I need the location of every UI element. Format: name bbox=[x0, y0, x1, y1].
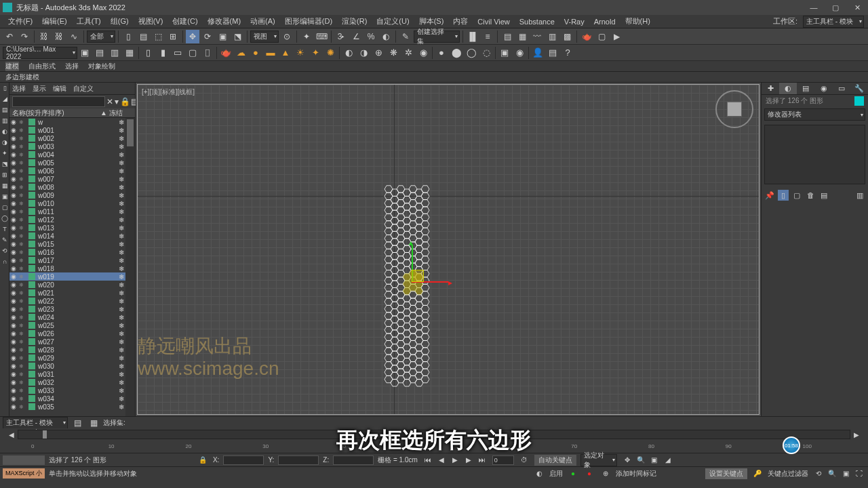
render-frame-button[interactable]: ▢ bbox=[595, 30, 608, 43]
workspace-dropdown[interactable]: 主工具栏 - 模块 bbox=[803, 16, 864, 28]
z-input[interactable] bbox=[333, 455, 374, 465]
rect-select-button[interactable]: ⬚ bbox=[151, 30, 165, 43]
scene-item[interactable]: ◉❄w021❄ bbox=[9, 289, 135, 297]
hex-cluster[interactable] bbox=[383, 185, 437, 388]
scene-item[interactable]: ◉❄w033❄ bbox=[9, 386, 135, 394]
scene-item[interactable]: ◉❄w002❄ bbox=[9, 134, 135, 142]
sphere-icon[interactable]: ● bbox=[248, 46, 263, 60]
remove-mod-icon[interactable]: 🗑 bbox=[805, 190, 816, 201]
scene-item[interactable]: ◉❄w025❄ bbox=[9, 321, 135, 329]
l-7[interactable]: ✦ bbox=[0, 148, 9, 158]
menu-item[interactable]: 内容 bbox=[449, 15, 472, 28]
bb-1[interactable]: ▤ bbox=[71, 416, 84, 430]
l-16[interactable]: ⟲ bbox=[0, 246, 9, 256]
percent-snap-button[interactable]: % bbox=[364, 30, 378, 43]
scene-menu-display[interactable]: 显示 bbox=[33, 84, 46, 94]
menu-item[interactable]: Substance bbox=[515, 16, 559, 27]
l-12[interactable]: ▢ bbox=[0, 203, 9, 212]
scene-item[interactable]: ◉❄w012❄ bbox=[9, 216, 135, 224]
l-1[interactable]: ▯ bbox=[0, 83, 9, 93]
rb-6[interactable]: ▮ bbox=[155, 46, 170, 60]
l-14[interactable]: T bbox=[0, 224, 9, 234]
menu-item[interactable]: V-Ray bbox=[560, 16, 589, 27]
rb-8[interactable]: ▢ bbox=[185, 46, 200, 60]
timeline-ticks[interactable]: 01020 304050 607080 90100 bbox=[5, 443, 863, 450]
rb-sph2[interactable]: ⬤ bbox=[449, 46, 464, 60]
scale-button[interactable]: ▣ bbox=[216, 30, 229, 43]
link-button[interactable]: ⛓ bbox=[37, 30, 51, 43]
play-next[interactable]: ▶ bbox=[462, 455, 475, 466]
scene-item[interactable]: ◉❄w009❄ bbox=[9, 191, 135, 199]
scene-item[interactable]: ◉❄w029❄ bbox=[9, 354, 135, 362]
scene-item[interactable]: ◉❄w031❄ bbox=[9, 370, 135, 378]
rb-glob3[interactable]: ⊕ bbox=[371, 46, 386, 60]
menu-item[interactable]: Civil View bbox=[473, 16, 513, 27]
scene-item[interactable]: ◉❄w022❄ bbox=[9, 297, 135, 305]
scene-item[interactable]: ◉❄w028❄ bbox=[9, 346, 135, 354]
rb-list[interactable]: ▤ bbox=[545, 46, 560, 60]
l-5[interactable]: ◐ bbox=[0, 127, 9, 136]
material-editor-button[interactable]: ▩ bbox=[560, 30, 574, 43]
rb-2[interactable]: ▤ bbox=[92, 46, 107, 60]
nav-zoom[interactable]: 🔍 bbox=[635, 455, 647, 466]
display-tab[interactable]: ▭ bbox=[833, 83, 850, 94]
cylinder-icon[interactable]: ▬ bbox=[263, 46, 278, 60]
selection-filter[interactable]: 全部 bbox=[87, 30, 115, 43]
modifier-list-dropdown[interactable]: 修改器列表 bbox=[764, 108, 865, 121]
ribbon-tab[interactable]: 建模 bbox=[5, 62, 19, 71]
frame-input[interactable] bbox=[492, 455, 514, 465]
poly-modeling-tab[interactable]: 多边形建模 bbox=[5, 73, 39, 82]
scene-item[interactable]: ◉❄w015❄ bbox=[9, 240, 135, 248]
scene-drop-icon[interactable]: ▾ bbox=[115, 97, 119, 106]
scene-item[interactable]: ◉❄w026❄ bbox=[9, 329, 135, 338]
scene-item[interactable]: ◉❄w023❄ bbox=[9, 305, 135, 313]
select-name-button[interactable]: ▤ bbox=[136, 30, 150, 43]
scene-item[interactable]: ◉❄w032❄ bbox=[9, 378, 135, 386]
autokey-button[interactable]: 自动关键点 bbox=[534, 455, 576, 466]
scene-close-icon[interactable]: ✕ bbox=[106, 97, 113, 106]
l-2[interactable]: ◢ bbox=[0, 94, 9, 104]
lock-icon[interactable]: 🔒 bbox=[197, 455, 209, 466]
scene-item[interactable]: ◉❄w013❄ bbox=[9, 224, 135, 232]
show-end-icon[interactable]: ▯ bbox=[778, 190, 789, 201]
time-knob[interactable]: 01:58 bbox=[783, 436, 800, 454]
l-15[interactable]: ✎ bbox=[0, 235, 9, 245]
scene-menu-custom[interactable]: 自定义 bbox=[73, 84, 94, 94]
rb-5[interactable]: ▯ bbox=[140, 46, 155, 60]
menu-item[interactable]: 渲染(R) bbox=[338, 15, 371, 28]
play-first[interactable]: ⏮ bbox=[422, 455, 434, 466]
nav-zoom2[interactable]: 🔍 bbox=[826, 468, 838, 479]
rb-sph1[interactable]: ● bbox=[434, 46, 449, 60]
scene-item[interactable]: ◉❄w005❄ bbox=[9, 159, 135, 167]
light2-icon[interactable]: ✦ bbox=[308, 46, 323, 60]
light3-icon[interactable]: ✺ bbox=[323, 46, 338, 60]
scene-item[interactable]: ◉❄w003❄ bbox=[9, 142, 135, 150]
play-last[interactable]: ⏭ bbox=[476, 455, 488, 466]
scene-item[interactable]: ◉❄w016❄ bbox=[9, 248, 135, 256]
menu-item[interactable]: 工具(T) bbox=[73, 15, 105, 28]
unlink-button[interactable]: ⛓̷ bbox=[52, 30, 66, 43]
rb-glob2[interactable]: ◑ bbox=[356, 46, 371, 60]
rb-glob4[interactable]: ❋ bbox=[386, 46, 401, 60]
cone-icon[interactable]: ▲ bbox=[278, 46, 293, 60]
rb-sph4[interactable]: ◌ bbox=[479, 46, 494, 60]
person-icon[interactable]: 👤 bbox=[530, 46, 545, 60]
nav-zoome[interactable]: ▣ bbox=[648, 455, 660, 466]
viewport-label[interactable]: [+][顶][标准][线框] bbox=[142, 87, 195, 97]
help-icon[interactable]: ? bbox=[560, 46, 575, 60]
l-11[interactable]: ▣ bbox=[0, 192, 9, 201]
scene-item[interactable]: ◉❄w018❄ bbox=[9, 264, 135, 272]
angle-snap-button[interactable]: ∠ bbox=[349, 30, 363, 43]
menu-item[interactable]: 动画(A) bbox=[246, 15, 279, 28]
play-prev[interactable]: ◀ bbox=[435, 455, 448, 466]
scene-item[interactable]: ◉❄w011❄ bbox=[9, 207, 135, 216]
menu-item[interactable]: 脚本(S) bbox=[415, 15, 448, 28]
rb-1[interactable]: ▣ bbox=[77, 46, 92, 60]
move-button[interactable]: ✥ bbox=[186, 30, 199, 43]
scene-item[interactable]: ◉❄w004❄ bbox=[9, 150, 135, 159]
addtime-icon[interactable]: ⊕ bbox=[599, 468, 612, 479]
menu-item[interactable]: 图形编辑器(D) bbox=[281, 15, 336, 28]
tl-next[interactable]: ▶ bbox=[850, 429, 863, 440]
scene-item[interactable]: ◉❄w024❄ bbox=[9, 313, 135, 321]
scene-menu-edit[interactable]: 编辑 bbox=[53, 84, 66, 94]
